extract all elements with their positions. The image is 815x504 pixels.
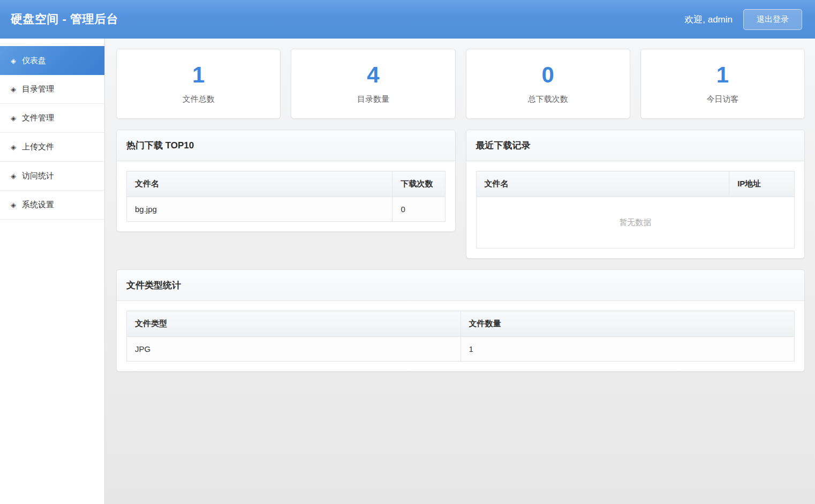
- column-header-file-type: 文件类型: [127, 311, 461, 337]
- file-types-panel: 文件类型统计 文件类型 文件数量 JPG: [116, 269, 805, 372]
- table-header-row: 文件名 IP地址: [476, 171, 795, 197]
- sidebar-item-label: 上传文件: [22, 142, 54, 152]
- stat-card-total-downloads: 0 总下载次数: [466, 49, 630, 119]
- admin-app: 硬盘空间 - 管理后台 欢迎, admin 退出登录 ◈ 仪表盘 ◈ 目录管理 …: [0, 0, 815, 504]
- stat-label: 今日访客: [706, 94, 738, 104]
- diamond-icon: ◈: [11, 201, 16, 209]
- stat-card-directory-count: 4 目录数量: [291, 49, 455, 119]
- welcome-text: 欢迎, admin: [684, 13, 733, 26]
- table-row: bg.jpg 0: [127, 197, 446, 222]
- stat-label: 目录数量: [357, 94, 389, 104]
- cell-file-type: JPG: [127, 337, 461, 362]
- diamond-icon: ◈: [11, 114, 16, 122]
- main-content: 1 文件总数 4 目录数量 0 总下载次数 1 今日访客 热门下: [105, 39, 815, 504]
- column-header-filename: 文件名: [476, 171, 729, 197]
- column-header-file-count: 文件数量: [461, 311, 795, 337]
- sidebar-nav: ◈ 仪表盘 ◈ 目录管理 ◈ 文件管理 ◈ 上传文件 ◈ 访问统计 ◈ 系统设置: [0, 39, 105, 504]
- column-header-download-count: 下载次数: [393, 171, 445, 197]
- sidebar-item-directory-management[interactable]: ◈ 目录管理: [0, 75, 104, 104]
- stat-label: 总下载次数: [528, 94, 568, 104]
- sidebar-item-label: 文件管理: [22, 113, 54, 123]
- stat-label: 文件总数: [183, 94, 215, 104]
- panels-row: 热门下载 TOP10 文件名 下载次数: [116, 130, 805, 259]
- hot-downloads-panel: 热门下载 TOP10 文件名 下载次数: [116, 130, 456, 232]
- file-types-table: 文件类型 文件数量 JPG 1: [126, 311, 795, 362]
- diamond-icon: ◈: [11, 143, 16, 151]
- page-title: 硬盘空间 - 管理后台: [11, 11, 118, 27]
- stat-value: 1: [192, 64, 205, 86]
- sidebar-item-upload-file[interactable]: ◈ 上传文件: [0, 133, 104, 162]
- panel-body: 文件名 IP地址 暂无数据: [466, 161, 805, 258]
- panel-title: 最近下载记录: [466, 130, 805, 161]
- sidebar-item-visit-stats[interactable]: ◈ 访问统计: [0, 162, 104, 191]
- sidebar-item-system-settings[interactable]: ◈ 系统设置: [0, 191, 104, 220]
- cell-download-count: 0: [393, 197, 445, 222]
- sidebar-item-label: 系统设置: [22, 200, 54, 210]
- diamond-icon: ◈: [11, 85, 16, 93]
- recent-downloads-table: 文件名 IP地址 暂无数据: [476, 171, 795, 249]
- stat-card-today-visitors: 1 今日访客: [640, 49, 805, 119]
- sidebar-item-label: 仪表盘: [22, 56, 46, 66]
- cell-filename: bg.jpg: [127, 197, 393, 222]
- panel-title: 文件类型统计: [117, 270, 804, 301]
- empty-state-row: 暂无数据: [476, 197, 795, 249]
- stat-value: 1: [716, 64, 729, 86]
- sidebar-item-file-management[interactable]: ◈ 文件管理: [0, 104, 104, 133]
- hot-downloads-table: 文件名 下载次数 bg.jpg 0: [126, 171, 446, 222]
- app-header: 硬盘空间 - 管理后台 欢迎, admin 退出登录: [0, 0, 815, 39]
- table-header-row: 文件类型 文件数量: [127, 311, 795, 337]
- panel-body: 文件类型 文件数量 JPG 1: [117, 301, 804, 371]
- column-header-filename: 文件名: [127, 171, 393, 197]
- stat-card-total-files: 1 文件总数: [116, 49, 281, 119]
- column-header-ip-address: IP地址: [729, 171, 795, 197]
- diamond-icon: ◈: [11, 57, 16, 65]
- stat-value: 0: [541, 64, 554, 86]
- empty-state-text: 暂无数据: [476, 197, 795, 249]
- diamond-icon: ◈: [11, 172, 16, 180]
- body-layout: ◈ 仪表盘 ◈ 目录管理 ◈ 文件管理 ◈ 上传文件 ◈ 访问统计 ◈ 系统设置: [0, 39, 815, 504]
- recent-downloads-panel: 最近下载记录 文件名 IP地址: [466, 130, 805, 259]
- logout-button[interactable]: 退出登录: [743, 9, 802, 30]
- sidebar-item-label: 访问统计: [22, 171, 54, 181]
- table-row: JPG 1: [127, 337, 795, 362]
- stat-cards-row: 1 文件总数 4 目录数量 0 总下载次数 1 今日访客: [116, 49, 805, 119]
- panel-title: 热门下载 TOP10: [117, 130, 455, 161]
- sidebar-item-label: 目录管理: [22, 84, 54, 94]
- header-right: 欢迎, admin 退出登录: [684, 9, 802, 30]
- panel-body: 文件名 下载次数 bg.jpg 0: [117, 161, 455, 231]
- cell-file-count: 1: [461, 337, 795, 362]
- stat-value: 4: [367, 64, 379, 86]
- table-header-row: 文件名 下载次数: [127, 171, 446, 197]
- sidebar-item-dashboard[interactable]: ◈ 仪表盘: [0, 46, 104, 75]
